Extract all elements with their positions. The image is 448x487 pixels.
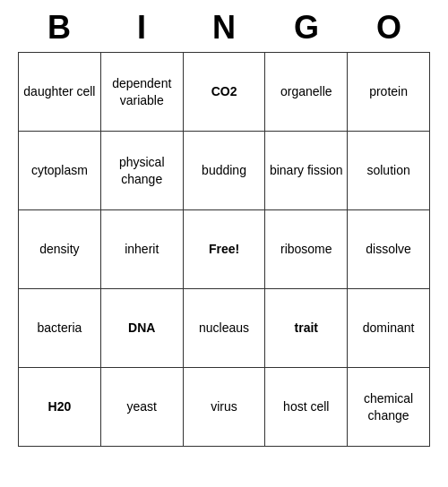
cell-r2-c3: ribosome: [265, 210, 348, 289]
cell-r3-c4: dominant: [348, 289, 430, 368]
cell-r4-c2: virus: [183, 368, 265, 447]
bingo-grid: daughter celldependent variableCO2organe…: [18, 52, 430, 447]
cell-r2-c0: density: [19, 210, 101, 289]
cell-r1-c2: budding: [183, 132, 265, 210]
letter-g: G: [271, 9, 342, 47]
cell-r0-c4: protein: [348, 53, 430, 132]
cell-r1-c3: binary fission: [265, 132, 348, 210]
cell-r3-c0: bacteria: [19, 289, 101, 368]
letter-n: N: [188, 9, 260, 47]
cell-r3-c3: trait: [265, 289, 348, 368]
cell-r4-c4: chemical change: [348, 368, 430, 447]
cell-r2-c2: Free!: [183, 210, 265, 289]
cell-r3-c1: DNA: [100, 289, 183, 368]
cell-r4-c0: H20: [19, 368, 101, 447]
cell-r4-c1: yeast: [100, 368, 183, 447]
bingo-header: B I N G O: [18, 0, 430, 52]
cell-r0-c3: organelle: [265, 53, 348, 132]
letter-b: B: [23, 9, 95, 47]
letter-i: I: [106, 9, 177, 47]
cell-r1-c0: cytoplasm: [19, 132, 101, 210]
cell-r3-c2: nucleaus: [183, 289, 265, 368]
cell-r0-c1: dependent variable: [100, 53, 183, 132]
cell-r1-c1: physical change: [100, 132, 183, 210]
letter-o: O: [353, 9, 425, 47]
cell-r4-c3: host cell: [265, 368, 348, 447]
cell-r0-c0: daughter cell: [19, 53, 101, 132]
cell-r2-c1: inherit: [100, 210, 183, 289]
cell-r2-c4: dissolve: [348, 210, 430, 289]
cell-r0-c2: CO2: [183, 53, 265, 132]
cell-r1-c4: solution: [348, 132, 430, 210]
